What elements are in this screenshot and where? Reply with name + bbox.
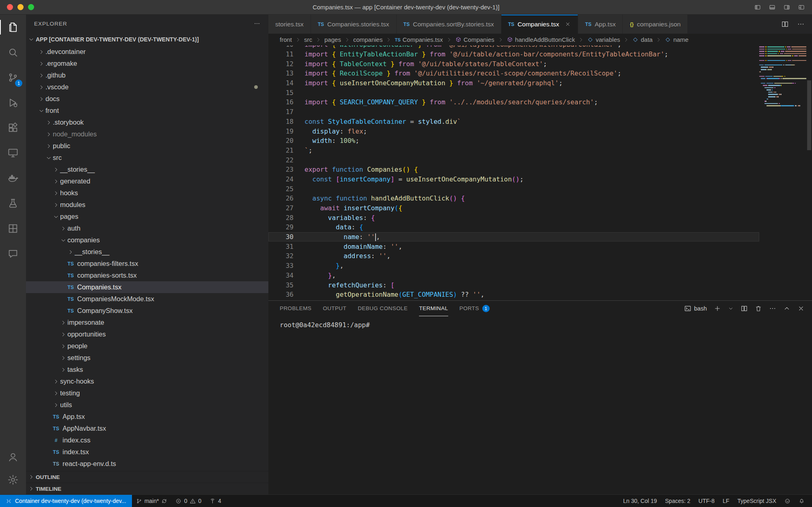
close-tab-icon[interactable]: [565, 21, 571, 27]
toggle-sidebar-icon[interactable]: [754, 4, 761, 11]
title-bar[interactable]: Companies.tsx — app [Container dev-twent…: [0, 0, 812, 15]
code-line-16[interactable]: 16import { SEARCH_COMPANY_QUERY } from '…: [268, 97, 759, 107]
kill-terminal-icon[interactable]: [755, 305, 762, 312]
tree-item-stories[interactable]: __stories__: [26, 164, 268, 175]
explorer-section-header[interactable]: APP [CONTAINER DEV-TWENTY-DEV (DEV-TWENT…: [26, 32, 268, 46]
code-line-30[interactable]: 30 name: '',: [268, 232, 759, 242]
tree-item-sync-hooks[interactable]: sync-hooks: [26, 375, 268, 387]
indentation[interactable]: Spaces: 2: [661, 495, 694, 507]
terminal[interactable]: root@0a42ecd84891:/app#: [268, 316, 812, 494]
tab-stories-tsx[interactable]: stories.tsx: [268, 15, 311, 34]
tree-item-modules[interactable]: modules: [26, 199, 268, 211]
minimap[interactable]: [759, 46, 806, 108]
code-line-18[interactable]: 18const StyledTableContainer = styled.di…: [268, 117, 759, 127]
code-line-28[interactable]: 28 variables: {: [268, 213, 759, 222]
minimize-window-button[interactable]: [17, 4, 24, 10]
tree-item-hooks[interactable]: hooks: [26, 187, 268, 199]
tab-companies-json[interactable]: {}companies.json: [623, 15, 688, 34]
activity-bar-source-control[interactable]: 1: [0, 65, 26, 90]
code-line-17[interactable]: 17: [268, 107, 759, 117]
problems-indicator[interactable]: 0 0: [171, 495, 205, 507]
tree-item-node-modules[interactable]: node_modules: [26, 128, 268, 140]
tree-item-generated[interactable]: generated: [26, 175, 268, 187]
toggle-panel-icon[interactable]: [769, 4, 775, 11]
breadcrumb-front[interactable]: front: [280, 36, 292, 43]
tree-item-appnavbar-tsx[interactable]: TSAppNavbar.tsx: [26, 423, 268, 434]
tab-app-tsx[interactable]: TSApp.tsx: [578, 15, 623, 34]
tree-item-companies-filters-tsx[interactable]: TScompanies-filters.tsx: [26, 258, 268, 270]
scrollbar-thumb[interactable]: [807, 80, 811, 150]
code-line-26[interactable]: 26 async function handleAddButtonClick()…: [268, 194, 759, 203]
code-line-31[interactable]: 31 domainName: '',: [268, 242, 759, 251]
tree-item-docs[interactable]: docs: [26, 93, 268, 105]
split-editor-icon[interactable]: [781, 20, 789, 28]
code-line-13[interactable]: 13import { RecoilScope } from '@/ui/util…: [268, 69, 759, 78]
breadcrumb-src[interactable]: src: [304, 36, 312, 43]
tree-item-app-tsx[interactable]: TSApp.tsx: [26, 411, 268, 423]
code-line-15[interactable]: 15: [268, 88, 759, 97]
terminal-profile-dropdown-icon[interactable]: [728, 306, 734, 311]
activity-bar-settings[interactable]: [0, 468, 26, 491]
code-line-12[interactable]: 12import { TableContext } from '@/ui/tab…: [268, 59, 759, 69]
code-editor[interactable]: 10import { WithTopBarContainer } from '@…: [268, 45, 812, 300]
tree-item-companies[interactable]: companies: [26, 234, 268, 246]
split-terminal-icon[interactable]: [741, 305, 748, 312]
breadcrumb-name[interactable]: name: [665, 36, 689, 43]
breadcrumb-companies[interactable]: companies: [353, 36, 383, 43]
branch-indicator[interactable]: main*: [132, 495, 172, 507]
code-line-24[interactable]: 24 const [insertCompany] = useInsertOneC…: [268, 175, 759, 184]
panel-more-actions-icon[interactable]: [769, 305, 776, 312]
zoom-window-button[interactable]: [28, 4, 34, 10]
encoding[interactable]: UTF-8: [694, 495, 719, 507]
breadcrumb-variables[interactable]: variables: [587, 36, 620, 43]
panel-tab-ports[interactable]: PORTS1: [460, 301, 490, 316]
code-line-34[interactable]: 34 },: [268, 271, 759, 280]
tree-item-tasks[interactable]: tasks: [26, 364, 268, 375]
ports-indicator[interactable]: 4: [205, 495, 225, 507]
toggle-secondary-sidebar-icon[interactable]: [784, 4, 790, 11]
editor-scrollbar[interactable]: [806, 45, 812, 300]
code-line-35[interactable]: 35 refetchQueries: [: [268, 280, 759, 290]
customize-layout-icon[interactable]: [798, 4, 805, 11]
panel-tab-problems[interactable]: PROBLEMS: [280, 301, 311, 316]
code-line-36[interactable]: 36 getOperationName(GET_COMPANIES) ?? ''…: [268, 290, 759, 300]
breadcrumb-companies[interactable]: Companies: [455, 36, 495, 43]
activity-bar-remote-explorer[interactable]: [0, 140, 26, 166]
tree-item-companies-sorts-tsx[interactable]: TScompanies-sorts.tsx: [26, 270, 268, 281]
code-line-32[interactable]: 32 address: '',: [268, 251, 759, 261]
cursor-position[interactable]: Ln 30, Col 19: [619, 495, 661, 507]
activity-bar-test-flask[interactable]: [0, 191, 26, 216]
activity-bar-database-grid[interactable]: [0, 216, 26, 241]
tree-item-github[interactable]: .github: [26, 69, 268, 81]
tab-companies-sortby-stories-tsx[interactable]: TSCompanies.sortBy.stories.tsx: [397, 15, 501, 34]
code-line-11[interactable]: 11import { EntityTableActionBar } from '…: [268, 50, 759, 59]
timeline-section[interactable]: TIMELINE: [26, 483, 268, 494]
tree-item-react-app-env-d-ts[interactable]: TSreact-app-env.d.ts: [26, 458, 268, 470]
tree-item-settings[interactable]: settings: [26, 352, 268, 364]
code-line-27[interactable]: 27 await insertCompany({: [268, 203, 759, 213]
code-line-23[interactable]: 23export function Companies() {: [268, 165, 759, 175]
notifications[interactable]: [795, 495, 809, 507]
panel-tab-terminal[interactable]: TERMINAL: [419, 301, 448, 316]
activity-bar-run-debug[interactable]: [0, 90, 26, 115]
panel-tab-output[interactable]: OUTPUT: [323, 301, 346, 316]
activity-bar-docker[interactable]: [0, 166, 26, 191]
feedback[interactable]: [780, 495, 795, 507]
tree-item-ergomake[interactable]: .ergomake: [26, 58, 268, 69]
eol[interactable]: LF: [719, 495, 733, 507]
code-line-33[interactable]: 33 },: [268, 261, 759, 271]
tree-item-utils[interactable]: utils: [26, 399, 268, 411]
breadcrumb-pages[interactable]: pages: [324, 36, 341, 43]
breadcrumb-companies-tsx[interactable]: TSCompanies.tsx: [395, 36, 443, 43]
editor-more-actions-icon[interactable]: [797, 20, 805, 28]
breadcrumb-data[interactable]: data: [632, 36, 652, 43]
tree-item-storybook[interactable]: .storybook: [26, 117, 268, 128]
tree-item-public[interactable]: public: [26, 140, 268, 152]
remote-indicator[interactable]: Container dev-twenty-dev (dev-twenty-dev…: [0, 495, 132, 507]
tab-companies-stories-tsx[interactable]: TSCompanies.stories.tsx: [311, 15, 397, 34]
tree-item-stories[interactable]: __stories__: [26, 246, 268, 258]
tree-item-index-tsx[interactable]: TSindex.tsx: [26, 446, 268, 458]
activity-bar-chat[interactable]: [0, 241, 26, 266]
activity-bar-search[interactable]: [0, 40, 26, 65]
code-line-19[interactable]: 19 display: flex;: [268, 126, 759, 136]
